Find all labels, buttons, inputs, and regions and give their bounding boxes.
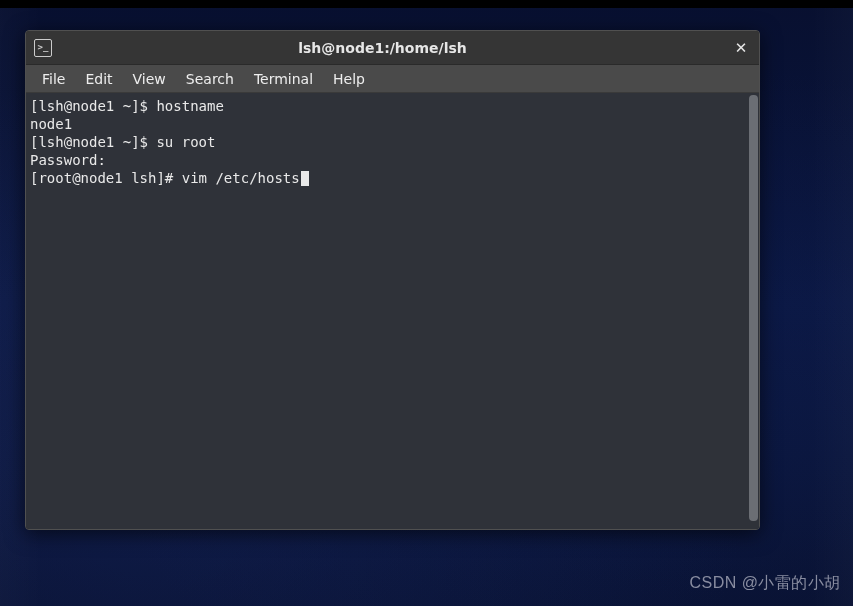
terminal-content[interactable]: [lsh@node1 ~]$ hostname node1 [lsh@node1…	[26, 93, 747, 529]
terminal-body[interactable]: [lsh@node1 ~]$ hostname node1 [lsh@node1…	[26, 93, 759, 529]
terminal-line: node1	[30, 115, 743, 133]
menu-view[interactable]: View	[123, 68, 176, 90]
menu-search[interactable]: Search	[176, 68, 244, 90]
close-icon[interactable]: ✕	[731, 38, 751, 58]
cursor-block	[301, 171, 309, 186]
terminal-window: lsh@node1:/home/lsh ✕ File Edit View Sea…	[25, 30, 760, 530]
terminal-line: [lsh@node1 ~]$ su root	[30, 133, 743, 151]
window-titlebar[interactable]: lsh@node1:/home/lsh ✕	[26, 31, 759, 65]
top-panel	[0, 0, 853, 8]
menu-file[interactable]: File	[32, 68, 75, 90]
menu-terminal[interactable]: Terminal	[244, 68, 323, 90]
menu-edit[interactable]: Edit	[75, 68, 122, 90]
menu-help[interactable]: Help	[323, 68, 375, 90]
terminal-line: [lsh@node1 ~]$ hostname	[30, 97, 743, 115]
menubar: File Edit View Search Terminal Help	[26, 65, 759, 93]
terminal-icon	[34, 39, 52, 57]
terminal-line: Password:	[30, 151, 743, 169]
scrollbar[interactable]	[747, 93, 759, 529]
watermark: CSDN @小雷的小胡	[689, 573, 841, 594]
window-title: lsh@node1:/home/lsh	[34, 40, 731, 56]
terminal-line: [root@node1 lsh]# vim /etc/hosts	[30, 169, 743, 187]
scrollbar-thumb[interactable]	[749, 95, 758, 521]
